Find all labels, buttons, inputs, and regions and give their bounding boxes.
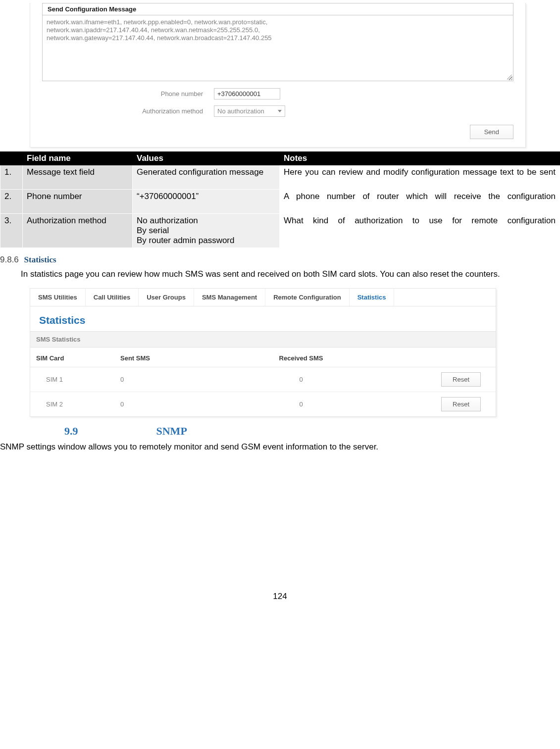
section-9-9-heading: 9.9 SNMP: [0, 425, 560, 438]
auth-method-label: Authorization method: [42, 107, 214, 115]
auth-method-row: Authorization method No authorization: [30, 102, 525, 120]
cell-recv: 0: [219, 376, 383, 383]
page-number: 124: [0, 592, 560, 601]
col-sim: SIM Card: [36, 354, 120, 362]
send-button[interactable]: Send: [470, 125, 513, 139]
cell-values: “+37060000001”: [133, 190, 280, 214]
cell-num: 3.: [0, 214, 23, 248]
phone-number-row: Phone number: [30, 85, 525, 102]
col-sent: Sent SMS: [120, 354, 219, 362]
cell-values: No authorization By serial By router adm…: [133, 214, 280, 248]
reset-button[interactable]: Reset: [441, 372, 481, 387]
tab-sms-management[interactable]: SMS Management: [194, 289, 265, 306]
cell-notes: Here you can review and modify configura…: [284, 167, 556, 187]
auth-method-select[interactable]: No authorization: [214, 105, 285, 117]
cell-field: Message text field: [23, 165, 133, 190]
tab-remote-configuration[interactable]: Remote Configuration: [265, 289, 350, 306]
tab-statistics[interactable]: Statistics: [350, 289, 395, 306]
tab-sms-utilities[interactable]: SMS Utilities: [30, 289, 86, 306]
statistics-row-sim1: SIM 1 0 0 Reset: [30, 367, 496, 392]
col-header-values: Values: [133, 152, 280, 165]
config-message-title: Send Configuration Message: [42, 3, 513, 15]
statistics-column-headers: SIM Card Sent SMS Received SMS: [30, 348, 496, 367]
cell-field: Authorization method: [23, 214, 133, 248]
table-row: 3. Authorization method No authorization…: [0, 214, 560, 248]
snmp-intro-text: SNMP settings window allows you to remot…: [0, 442, 560, 453]
reset-button[interactable]: Reset: [441, 397, 481, 411]
col-header-notes: Notes: [280, 152, 560, 165]
config-line-2: network.wan.ipaddr=217.147.40.44, networ…: [47, 26, 509, 34]
col-header-field: Field name: [23, 152, 133, 165]
col-header-num: [0, 152, 23, 165]
sms-statistics-subheader: SMS Statistics: [30, 331, 496, 348]
panel-title: Statistics: [30, 306, 496, 331]
section-9-8-6-heading: 9.8.6 Statistics: [0, 255, 560, 265]
cell-num: 2.: [0, 190, 23, 214]
cell-recv: 0: [219, 400, 383, 408]
tab-user-groups[interactable]: User Groups: [139, 289, 194, 306]
statistics-row-sim2: SIM 2 0 0 Reset: [30, 392, 496, 416]
tab-call-utilities[interactable]: Call Utilities: [86, 289, 139, 306]
cell-notes: What kind of authorization to use for re…: [284, 216, 556, 236]
cell-values: Generated configuration message: [133, 165, 280, 190]
cell-field: Phone number: [23, 190, 133, 214]
cell-sent: 0: [120, 376, 219, 383]
col-recv: Received SMS: [219, 354, 383, 362]
tab-bar: SMS Utilities Call Utilities User Groups…: [30, 289, 496, 306]
config-message-screenshot: Send Configuration Message network.wan.i…: [30, 3, 526, 148]
cell-notes: A phone number of router which will rece…: [284, 192, 556, 211]
table-row: 1. Message text field Generated configur…: [0, 165, 560, 190]
cell-sent: 0: [120, 400, 219, 408]
cell-sim: SIM 2: [36, 400, 120, 408]
config-line-1: network.wan.ifname=eth1, network.ppp.ena…: [47, 18, 509, 26]
chevron-down-icon: [278, 110, 282, 112]
statistics-screenshot: SMS Utilities Call Utilities User Groups…: [30, 288, 496, 417]
cell-sim: SIM 1: [36, 376, 120, 383]
auth-method-value: No authorization: [217, 107, 264, 115]
parameter-table: Field name Values Notes 1. Message text …: [0, 151, 560, 248]
phone-number-label: Phone number: [42, 90, 214, 98]
statistics-intro-text: In statistics page you can review how mu…: [0, 269, 560, 280]
config-message-textarea[interactable]: network.wan.ifname=eth1, network.ppp.ena…: [42, 15, 513, 81]
cell-num: 1.: [0, 165, 23, 190]
table-row: 2. Phone number “+37060000001” A phone n…: [0, 190, 560, 214]
config-line-3: network.wan.gateway=217.147.40.44, netwo…: [47, 34, 509, 42]
phone-number-input[interactable]: [214, 88, 280, 100]
